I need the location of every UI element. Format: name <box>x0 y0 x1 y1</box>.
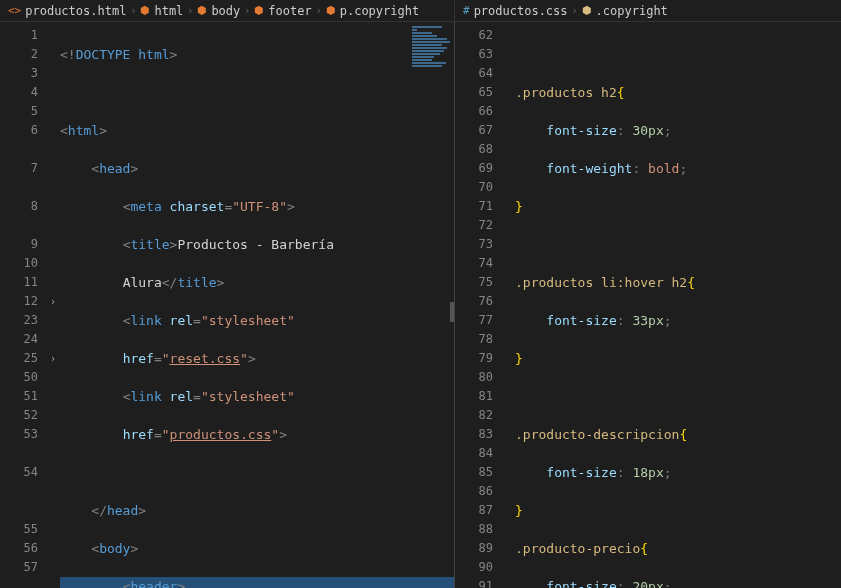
t: > <box>170 47 178 62</box>
t: html <box>68 123 99 138</box>
t: > <box>138 503 146 518</box>
t: " <box>162 351 170 366</box>
t: DOCTYPE <box>76 47 131 62</box>
bc-seg: footer <box>268 4 311 18</box>
t: 20px <box>632 579 663 588</box>
t: " <box>271 427 279 442</box>
css-rule-icon: ⬢ <box>582 4 592 17</box>
t: : <box>617 465 625 480</box>
t: = <box>154 351 162 366</box>
t: > <box>99 123 107 138</box>
t: ; <box>664 579 672 588</box>
t: meta <box>130 199 161 214</box>
t: head <box>99 161 130 176</box>
t: "stylesheet" <box>201 389 295 404</box>
t: { <box>640 541 648 556</box>
chevron-right-icon: › <box>244 5 250 16</box>
t: ... <box>185 579 208 588</box>
t: html <box>138 47 169 62</box>
t: "UTF-8" <box>232 199 287 214</box>
t: font-size <box>546 123 616 138</box>
t: rel <box>170 313 193 328</box>
tag-icon: ⬢ <box>254 4 264 17</box>
t: Alura <box>123 275 162 290</box>
editor-left-html[interactable]: 123456789101112›232425›5051525354555657 … <box>0 22 455 588</box>
minimap[interactable] <box>412 26 452 68</box>
chevron-right-icon: › <box>130 5 136 16</box>
t: } <box>515 503 523 518</box>
t: font-size <box>546 465 616 480</box>
editor-right-css[interactable]: 6263646566676869707172737475767778798081… <box>455 22 841 588</box>
t: > <box>287 199 295 214</box>
t: font-size <box>546 579 616 588</box>
t: } <box>515 199 523 214</box>
t: body <box>99 541 130 556</box>
tag-icon: ⬢ <box>197 4 207 17</box>
t: { <box>687 275 695 290</box>
breadcrumb-bar: <> productos.html › ⬢ html › ⬢ body › ⬢ … <box>0 0 841 22</box>
t: " <box>162 427 170 442</box>
t: header <box>130 579 177 588</box>
t: 18px <box>632 465 663 480</box>
gutter-left: 123456789101112›232425›5051525354555657 <box>0 22 60 577</box>
t: " <box>240 351 248 366</box>
t: .producto-precio <box>515 541 640 556</box>
t: font-weight <box>546 161 632 176</box>
t: < <box>91 161 99 176</box>
t: ; <box>664 123 672 138</box>
html-file-icon: <> <box>8 4 21 17</box>
t: > <box>248 351 256 366</box>
t: : <box>617 579 625 588</box>
code-right[interactable]: .productos h2{ font-size: 30px; font-wei… <box>515 22 841 588</box>
t: productos.css <box>170 427 272 442</box>
t: rel <box>170 389 193 404</box>
tag-icon: ⬢ <box>140 4 150 17</box>
t: < <box>60 123 68 138</box>
t: = <box>193 389 201 404</box>
t: } <box>515 351 523 366</box>
gutter-right: 6263646566676869707172737475767778798081… <box>455 22 515 588</box>
css-file-icon: # <box>463 4 470 17</box>
t: { <box>679 427 687 442</box>
chevron-right-icon: › <box>572 5 578 16</box>
t: <! <box>60 47 76 62</box>
t: 30px <box>632 123 663 138</box>
breadcrumb-right[interactable]: # productos.css › ⬢ .copyright <box>455 0 841 21</box>
t: = <box>154 427 162 442</box>
t: link <box>130 313 161 328</box>
t: ; <box>664 465 672 480</box>
breadcrumb-left[interactable]: <> productos.html › ⬢ html › ⬢ body › ⬢ … <box>0 0 455 21</box>
tag-icon: ⬢ <box>326 4 336 17</box>
t: .productos h2 <box>515 85 617 100</box>
t: href <box>123 427 154 442</box>
bc-file: productos.css <box>474 4 568 18</box>
t: ; <box>679 161 687 176</box>
t: title <box>130 237 169 252</box>
bc-seg: .copyright <box>596 4 668 18</box>
bc-file: productos.html <box>25 4 126 18</box>
t: : <box>632 161 640 176</box>
t: Productos - Barbería <box>177 237 341 252</box>
t: reset.css <box>170 351 240 366</box>
t: > <box>279 427 287 442</box>
t: > <box>130 161 138 176</box>
t: > <box>130 541 138 556</box>
t: title <box>177 275 216 290</box>
chevron-right-icon: › <box>187 5 193 16</box>
fold-icon[interactable]: › <box>50 292 56 311</box>
t: .producto-descripcion <box>515 427 679 442</box>
fold-icon[interactable]: › <box>50 349 56 368</box>
bc-seg: html <box>154 4 183 18</box>
t: href <box>123 351 154 366</box>
t: head <box>107 503 138 518</box>
editor-panes: 123456789101112›232425›5051525354555657 … <box>0 22 841 588</box>
t: : <box>617 313 625 328</box>
t: = <box>193 313 201 328</box>
t: </ <box>91 503 107 518</box>
t: link <box>130 389 161 404</box>
code-left[interactable]: <!DOCTYPE html> <html> <head> <meta char… <box>60 22 454 588</box>
t: charset <box>170 199 225 214</box>
t: .productos li:hover h2 <box>515 275 687 290</box>
t: > <box>217 275 225 290</box>
t: { <box>617 85 625 100</box>
